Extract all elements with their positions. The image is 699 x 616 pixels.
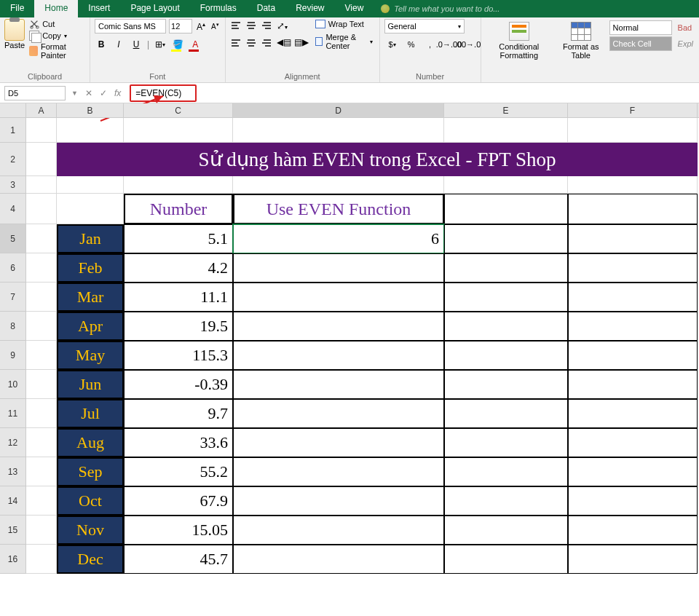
cell-C4[interactable]: Number: [124, 194, 233, 224]
rowhead-14[interactable]: 14: [0, 486, 26, 516]
cell-C6[interactable]: 4.2: [124, 253, 233, 283]
enter-formula-icon[interactable]: ✓: [100, 88, 107, 98]
cell-D13[interactable]: [233, 457, 444, 486]
bold-button[interactable]: B: [95, 38, 108, 51]
title-cell[interactable]: Sử dụng hàm EVEN trong Excel - FPT Shop: [57, 143, 698, 176]
rowhead-4[interactable]: 4: [0, 194, 26, 224]
cell-B1[interactable]: [57, 118, 124, 143]
rowhead-2[interactable]: 2: [0, 143, 26, 176]
fill-color-button[interactable]: 🪣: [171, 38, 184, 51]
cell-C5[interactable]: 5.1: [124, 224, 233, 253]
name-box-arrow-icon[interactable]: ▼: [71, 90, 78, 97]
name-box[interactable]: D5: [4, 86, 66, 100]
cell-D8[interactable]: [233, 312, 444, 341]
cell-A14[interactable]: [26, 486, 57, 516]
formula-input[interactable]: =EVEN(C5): [130, 84, 197, 102]
decrease-indent[interactable]: ◀▤: [277, 37, 291, 47]
percent-button[interactable]: %: [403, 38, 419, 51]
cell-C1[interactable]: [124, 118, 233, 143]
cell-B11[interactable]: Jul: [57, 399, 124, 428]
align-top[interactable]: [230, 19, 243, 32]
cell-F6[interactable]: [568, 253, 698, 283]
cell-A2[interactable]: [26, 143, 57, 176]
font-size-input[interactable]: [169, 19, 192, 33]
tab-home[interactable]: Home: [34, 0, 78, 17]
cell-F1[interactable]: [568, 118, 698, 143]
cell-A11[interactable]: [26, 399, 57, 428]
cell-B4[interactable]: [57, 194, 124, 224]
rowhead-12[interactable]: 12: [0, 428, 26, 457]
select-all-corner[interactable]: [0, 103, 26, 117]
cell-A4[interactable]: [26, 194, 57, 224]
paste-button[interactable]: Paste: [4, 19, 25, 50]
style-check-cell[interactable]: Check Cell: [609, 36, 672, 51]
cell-F12[interactable]: [568, 428, 698, 457]
number-format-select[interactable]: General▾: [384, 19, 465, 33]
rowhead-10[interactable]: 10: [0, 370, 26, 399]
cell-D4[interactable]: Use EVEN Function: [233, 194, 444, 224]
cell-F10[interactable]: [568, 370, 698, 399]
col-B[interactable]: B: [57, 103, 124, 117]
cell-C7[interactable]: 11.1: [124, 283, 233, 312]
tab-review[interactable]: Review: [285, 0, 334, 17]
rowhead-5[interactable]: 5: [0, 224, 26, 253]
cell-D7[interactable]: [233, 283, 444, 312]
cell-E11[interactable]: [444, 399, 568, 428]
cell-E13[interactable]: [444, 457, 568, 486]
cell-B15[interactable]: Nov: [57, 516, 124, 545]
cell-F16[interactable]: [568, 545, 698, 574]
cell-C11[interactable]: 9.7: [124, 399, 233, 428]
cell-D15[interactable]: [233, 516, 444, 545]
cell-B12[interactable]: Aug: [57, 428, 124, 457]
cell-E12[interactable]: [444, 428, 568, 457]
col-A[interactable]: A: [26, 103, 57, 117]
cell-A12[interactable]: [26, 428, 57, 457]
rowhead-15[interactable]: 15: [0, 516, 26, 545]
style-explanatory[interactable]: Expl: [676, 36, 695, 51]
align-center[interactable]: [245, 36, 258, 50]
italic-button[interactable]: I: [112, 38, 125, 51]
align-middle[interactable]: [245, 19, 258, 32]
cell-B9[interactable]: May: [57, 341, 124, 370]
col-E[interactable]: E: [444, 103, 568, 117]
cell-F8[interactable]: [568, 312, 698, 341]
cell-C3[interactable]: [124, 176, 233, 194]
cell-A7[interactable]: [26, 283, 57, 312]
cell-E14[interactable]: [444, 486, 568, 516]
rowhead-9[interactable]: 9: [0, 341, 26, 370]
cell-D14[interactable]: [233, 486, 444, 516]
cell-C16[interactable]: 45.7: [124, 545, 233, 574]
tab-insert[interactable]: Insert: [78, 0, 120, 17]
cell-A3[interactable]: [26, 176, 57, 194]
cell-B7[interactable]: Mar: [57, 283, 124, 312]
format-as-table-button[interactable]: Format as Table: [557, 19, 605, 60]
align-right[interactable]: [259, 36, 272, 50]
cell-D11[interactable]: [233, 399, 444, 428]
cell-E9[interactable]: [444, 341, 568, 370]
cell-D3[interactable]: [233, 176, 444, 194]
cell-E16[interactable]: [444, 545, 568, 574]
cell-A9[interactable]: [26, 341, 57, 370]
decrease-font-icon[interactable]: A▾: [210, 22, 221, 31]
cell-B8[interactable]: Apr: [57, 312, 124, 341]
tab-view[interactable]: View: [335, 0, 374, 17]
cell-D1[interactable]: [233, 118, 444, 143]
align-left[interactable]: [230, 36, 243, 50]
cell-E10[interactable]: [444, 370, 568, 399]
decrease-decimal[interactable]: .00→.0: [460, 38, 476, 51]
cell-C8[interactable]: 19.5: [124, 312, 233, 341]
rowhead-13[interactable]: 13: [0, 457, 26, 486]
align-bottom[interactable]: [259, 19, 272, 32]
style-bad[interactable]: Bad: [676, 20, 695, 35]
cell-A8[interactable]: [26, 312, 57, 341]
rowhead-6[interactable]: 6: [0, 253, 26, 283]
cell-B10[interactable]: Jun: [57, 370, 124, 399]
rowhead-8[interactable]: 8: [0, 312, 26, 341]
tell-me[interactable]: Tell me what you want to do...: [374, 0, 507, 17]
cell-A16[interactable]: [26, 545, 57, 574]
rowhead-11[interactable]: 11: [0, 399, 26, 428]
tab-page-layout[interactable]: Page Layout: [120, 0, 189, 17]
accounting-button[interactable]: $▾: [384, 38, 400, 51]
cell-A10[interactable]: [26, 370, 57, 399]
col-D[interactable]: D: [233, 103, 444, 117]
